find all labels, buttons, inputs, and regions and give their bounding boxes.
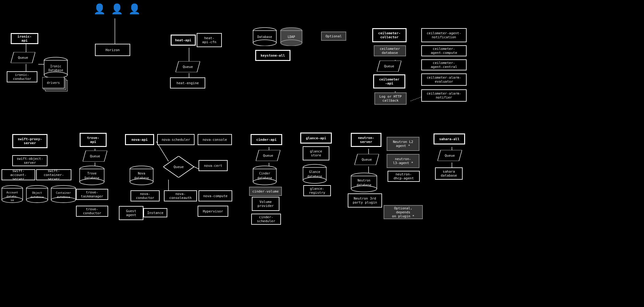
svg-text:Neutron: Neutron: [358, 179, 370, 182]
neutron-dhcp-node: neutron-dhcp-agent: [388, 171, 420, 182]
ca-alarm-eval-node: ceilometer-alarm-evaluator: [421, 73, 467, 86]
svg-text:database: database: [307, 175, 322, 178]
glance-api-node: glance-api: [300, 133, 332, 144]
swift-proxy-node: swift-proxy-server: [12, 134, 47, 148]
diagram-container: 👤 👤 👤 ironic- api Queue Ironic Database …: [0, 0, 644, 307]
svg-text:Queue: Queue: [384, 64, 394, 68]
neutron-3rd-party-node: Neutron 3rdparty plugin: [348, 193, 382, 208]
heat-api-cfn-node: heat-api-cfn: [197, 33, 222, 47]
nova-api-node: nova-api: [125, 134, 154, 145]
svg-text:Queue: Queue: [183, 65, 193, 69]
account-db-shape: Account databa- se: [1, 185, 24, 203]
svg-text:Queue: Queue: [173, 165, 184, 169]
keystone-ldap-shape: LDAP: [279, 27, 303, 46]
trove-conductor-node: trove-conductor: [76, 206, 108, 217]
svg-text:Nova: Nova: [138, 172, 145, 175]
cinder-database-shape: Cinder database: [252, 165, 278, 185]
svg-text:Queue: Queue: [445, 154, 455, 158]
keystone-all-node: keystone-all: [255, 50, 290, 61]
cinder-api-node: cinder-api: [251, 134, 282, 145]
svg-point-69: [130, 179, 153, 185]
neutron-l3-node: neutron-l3-agent *: [387, 154, 419, 168]
svg-text:drivers: drivers: [47, 81, 60, 84]
svg-text:Glance: Glance: [309, 170, 320, 174]
svg-text:database: database: [57, 196, 70, 199]
sahara-database-node: saharadatabase: [435, 167, 463, 180]
svg-text:Queue: Queue: [362, 158, 372, 162]
ironic-database-shape: Ironic Database: [43, 57, 69, 78]
nova-scheduler-node: nova-scheduler: [157, 134, 195, 145]
keystone-db-shape: Database: [252, 27, 278, 46]
ca-alarm-notif-node: ceilometer-alarm-notifier: [421, 89, 467, 102]
horizon-node: Horizon: [95, 44, 130, 56]
person-icon-2: 👤: [111, 3, 123, 15]
svg-text:se: se: [11, 199, 14, 202]
neutron-database-shape: Neutron database: [350, 172, 378, 192]
ca-central-node: ceilometer-agent-central: [421, 59, 467, 70]
instance-node: Instance: [143, 208, 167, 217]
glance-store-node: glancestore: [303, 146, 329, 160]
nova-database-shape: Nova database: [129, 165, 155, 185]
svg-point-78: [253, 179, 276, 185]
nova-cert-node: nova-cert: [199, 160, 228, 171]
swift-account-node: swift-account-server: [2, 169, 35, 180]
object-db-shape: Object database: [25, 185, 49, 203]
nova-consoleauth-node: nova-consoleauth: [164, 190, 197, 201]
log-callback-node: Log or HTTPcallback: [374, 92, 407, 105]
container-db-shape: Container database: [50, 185, 77, 203]
svg-text:Account: Account: [6, 191, 18, 194]
svg-text:database: database: [30, 196, 44, 199]
svg-text:Container: Container: [56, 191, 71, 194]
svg-text:Queue: Queue: [90, 154, 100, 158]
svg-text:database: database: [357, 183, 371, 187]
svg-text:database: database: [134, 176, 149, 180]
svg-text:Trove: Trove: [87, 172, 97, 175]
nova-compute-node: nova-compute: [199, 190, 232, 201]
ca-notification-node: ceilometer-agent-notification: [421, 28, 467, 42]
ironic-api-node: ironic- api: [11, 33, 38, 44]
ceilometer-collector-node: ceilometer-collector: [372, 28, 407, 42]
trove-queue-shape: Queue: [83, 151, 107, 162]
heat-engine-node: heat-engine: [170, 77, 205, 88]
svg-text:Ironic: Ironic: [50, 65, 61, 68]
keystone-optional-node: Optional: [321, 32, 346, 41]
svg-point-64: [80, 179, 104, 185]
svg-point-83: [303, 177, 326, 183]
trove-database-shape: Trove Database: [78, 165, 105, 185]
trove-api-node: trove-api: [80, 133, 107, 147]
neutron-l2-node: Neutron L2agent *: [387, 137, 419, 151]
svg-text:Database: Database: [257, 35, 272, 39]
optional-plugin-node: Optional, dependson plugin *: [384, 205, 423, 219]
svg-text:Queue: Queue: [263, 154, 273, 158]
nova-conductor-node: nova-conductor: [131, 190, 160, 201]
swift-object-node: swift-object-server: [12, 155, 47, 166]
sahara-all-node: sahara-all: [434, 133, 465, 144]
heat-api-node: heat-api: [171, 35, 196, 46]
svg-point-90: [351, 186, 377, 192]
svg-text:Cinder: Cinder: [259, 172, 270, 175]
hypervisor-node: Hypervisor: [198, 206, 228, 217]
neutron-queue-shape: Queue: [354, 154, 379, 165]
glance-database-shape: Glance database: [302, 164, 328, 184]
person-icon-3: 👤: [128, 3, 141, 15]
svg-text:Database: Database: [48, 69, 63, 72]
trove-taskmanager-node: trove-taskmanager: [76, 189, 108, 200]
nova-console-node: nova-console: [198, 134, 232, 145]
cinder-scheduler-node: cinder-scheduler: [251, 214, 281, 225]
glance-registry-node: glance-registry: [303, 185, 331, 196]
neutron-server-node: neutron-server: [351, 133, 381, 147]
ceilometer-database-node: ceilometerdatabase: [374, 45, 406, 56]
ca-compute-node: ceilometer-agent-compute: [421, 45, 467, 56]
ironic-queue-shape: Queue: [11, 52, 35, 63]
ironic-conductor-node: ironic-conductor: [7, 71, 37, 82]
volume-provider-node: Volumeprovider: [252, 197, 279, 211]
sahara-queue-shape: Queue: [438, 150, 462, 161]
nova-queue-diamond: Queue: [163, 156, 194, 178]
svg-text:LDAP: LDAP: [288, 35, 295, 39]
svg-point-40: [281, 40, 302, 46]
svg-text:databa-: databa-: [6, 195, 18, 198]
ceilometer-queue-shape: Queue: [377, 61, 401, 72]
cinder-volume-node: cinder-volume: [249, 187, 282, 196]
ceilometer-api-node: ceilometer-api: [373, 74, 405, 88]
svg-text:Database: Database: [85, 176, 99, 180]
